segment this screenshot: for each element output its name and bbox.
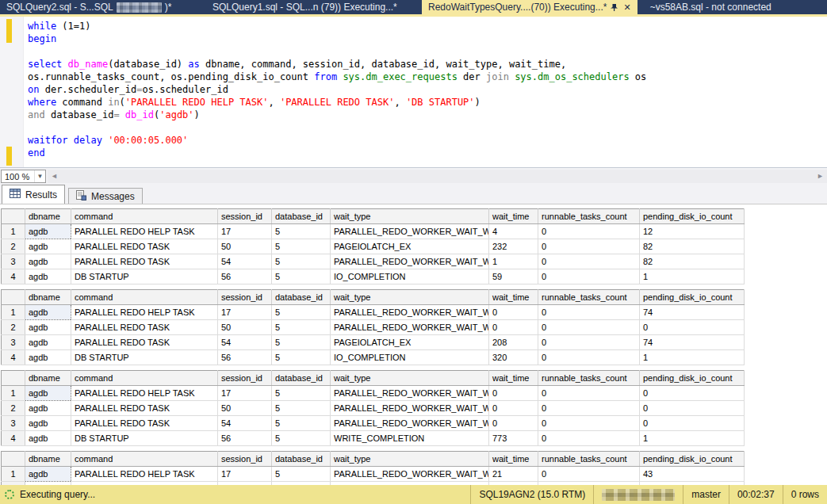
grid-cell[interactable]: 50: [218, 239, 272, 254]
grid-cell[interactable]: agdb: [25, 305, 71, 320]
grid-cell[interactable]: 17: [218, 224, 272, 239]
grid-cell[interactable]: agdb: [25, 254, 71, 269]
column-header-dbname[interactable]: dbname: [25, 371, 71, 386]
column-header-wait_time[interactable]: wait_time: [489, 371, 538, 386]
tab-messages[interactable]: Messages: [68, 188, 143, 204]
grid-cell[interactable]: 54: [218, 335, 272, 350]
grid-cell[interactable]: PARALLEL REDO TASK: [71, 416, 218, 431]
row-number[interactable]: 1: [2, 305, 25, 320]
grid-cell[interactable]: agdb: [25, 386, 71, 401]
grid-cell[interactable]: 56: [218, 350, 272, 365]
column-header-command[interactable]: command: [71, 290, 218, 305]
grid-cell[interactable]: PARALLEL REDO HELP TASK: [71, 224, 218, 239]
grid-cell[interactable]: PARALLEL REDO HELP TASK: [71, 386, 218, 401]
row-number[interactable]: 3: [2, 416, 25, 431]
column-header-wait_type[interactable]: wait_type: [331, 371, 489, 386]
chevron-down-icon[interactable]: ▼: [34, 170, 45, 182]
grid-cell[interactable]: 0: [538, 401, 640, 416]
grid-cell[interactable]: 0: [489, 386, 538, 401]
row-number[interactable]: 2: [2, 239, 25, 254]
row-number[interactable]: 1: [2, 386, 25, 401]
grid-cell[interactable]: 5: [272, 431, 331, 446]
grid-cell[interactable]: 0: [640, 320, 745, 335]
grid-cell[interactable]: 5: [272, 305, 331, 320]
grid-cell[interactable]: DB STARTUP: [71, 269, 218, 284]
grid-cell[interactable]: 0: [538, 269, 640, 284]
grid-cell[interactable]: 74: [640, 335, 745, 350]
grid-cell[interactable]: PARALLEL_REDO_WORKER_WAIT_WORK: [331, 467, 489, 482]
column-header-command[interactable]: command: [71, 452, 218, 467]
corner-cell[interactable]: [2, 371, 25, 386]
grid-cell[interactable]: 5: [272, 401, 331, 416]
grid-cell[interactable]: agdb: [25, 320, 71, 335]
corner-cell[interactable]: [2, 290, 25, 305]
grid-cell[interactable]: 82: [640, 254, 745, 269]
grid-cell[interactable]: PARALLEL REDO HELP TASK: [71, 305, 218, 320]
column-header-wait_type[interactable]: wait_type: [331, 209, 489, 224]
column-header-runnable_tasks_count[interactable]: runnable_tasks_count: [538, 290, 640, 305]
column-header-wait_time[interactable]: wait_time: [489, 290, 538, 305]
grid-cell[interactable]: PARALLEL REDO TASK: [71, 254, 218, 269]
column-header-pending_disk_io_count[interactable]: pending_disk_io_count: [640, 371, 745, 386]
column-header-session_id[interactable]: session_id: [218, 290, 272, 305]
grid-cell[interactable]: PARALLEL_REDO_WORKER_WAIT_WORK: [331, 224, 489, 239]
grid-cell[interactable]: 232: [489, 239, 538, 254]
grid-cell[interactable]: 5: [272, 416, 331, 431]
row-number[interactable]: 2: [2, 320, 25, 335]
grid-cell[interactable]: 773: [489, 431, 538, 446]
column-header-runnable_tasks_count[interactable]: runnable_tasks_count: [538, 209, 640, 224]
grid-cell[interactable]: PARALLEL_REDO_WORKER_WAIT_WORK: [331, 386, 489, 401]
column-header-database_id[interactable]: database_id: [272, 452, 331, 467]
column-header-database_id[interactable]: database_id: [272, 290, 331, 305]
column-header-runnable_tasks_count[interactable]: runnable_tasks_count: [538, 452, 640, 467]
grid-cell[interactable]: 0: [538, 320, 640, 335]
grid-cell[interactable]: 0: [489, 305, 538, 320]
grid-cell[interactable]: agdb: [25, 401, 71, 416]
grid-cell[interactable]: PAGEIOLATCH_EX: [331, 335, 489, 350]
grid-cell[interactable]: 17: [218, 467, 272, 482]
grid-cell[interactable]: 0: [489, 401, 538, 416]
column-header-command[interactable]: command: [71, 371, 218, 386]
grid-cell[interactable]: 59: [489, 269, 538, 284]
grid-cell[interactable]: 4: [489, 224, 538, 239]
grid-cell[interactable]: PARALLEL_REDO_WORKER_WAIT_WORK: [331, 320, 489, 335]
grid-cell[interactable]: 5: [272, 239, 331, 254]
grid-cell[interactable]: 17: [218, 386, 272, 401]
tab-vs58ab[interactable]: ~vs58AB.sql - not connected: [644, 0, 778, 14]
grid-cell[interactable]: 320: [489, 350, 538, 365]
grid-cell[interactable]: agdb: [25, 431, 71, 446]
sql-editor[interactable]: while (1=1)beginselect db_name(database_…: [0, 17, 827, 167]
close-icon[interactable]: ✕: [622, 3, 630, 12]
grid-cell[interactable]: agdb: [25, 269, 71, 284]
grid-cell[interactable]: 0: [640, 401, 745, 416]
grid-cell[interactable]: PARALLEL REDO TASK: [71, 335, 218, 350]
column-header-pending_disk_io_count[interactable]: pending_disk_io_count: [640, 290, 745, 305]
grid-cell[interactable]: agdb: [25, 467, 71, 482]
grid-cell[interactable]: PARALLEL_REDO_WORKER_WAIT_WORK: [331, 401, 489, 416]
tab-sqlquery1[interactable]: SQLQuery1.sql - SQL...n (79)) Executing.…: [206, 0, 415, 14]
row-number[interactable]: 4: [2, 431, 25, 446]
grid-cell[interactable]: agdb: [25, 239, 71, 254]
column-header-session_id[interactable]: session_id: [218, 209, 272, 224]
grid-cell[interactable]: 5: [272, 350, 331, 365]
grid-cell[interactable]: 5: [272, 254, 331, 269]
horizontal-scrollbar[interactable]: ◄ ►: [48, 170, 827, 183]
grid-cell[interactable]: PARALLEL REDO TASK: [71, 401, 218, 416]
column-header-wait_time[interactable]: wait_time: [489, 209, 538, 224]
grid-cell[interactable]: 5: [272, 320, 331, 335]
grid-cell[interactable]: PARALLEL_REDO_WORKER_WAIT_WORK: [331, 305, 489, 320]
row-number[interactable]: 3: [2, 254, 25, 269]
grid-cell[interactable]: PARALLEL REDO TASK: [71, 320, 218, 335]
grid-cell[interactable]: 5: [272, 386, 331, 401]
grid-cell[interactable]: 0: [538, 467, 640, 482]
column-header-pending_disk_io_count[interactable]: pending_disk_io_count: [640, 209, 745, 224]
column-header-command[interactable]: command: [71, 209, 218, 224]
grid-cell[interactable]: IO_COMPLETION: [331, 269, 489, 284]
sql-code[interactable]: while (1=1)beginselect db_name(database_…: [28, 20, 646, 159]
grid-cell[interactable]: 0: [538, 416, 640, 431]
grid-cell[interactable]: 50: [218, 401, 272, 416]
grid-cell[interactable]: PARALLEL_REDO_WORKER_WAIT_WORK: [331, 416, 489, 431]
grid-cell[interactable]: WRITE_COMPLETION: [331, 431, 489, 446]
grid-cell[interactable]: 0: [640, 386, 745, 401]
grid-cell[interactable]: 5: [272, 224, 331, 239]
